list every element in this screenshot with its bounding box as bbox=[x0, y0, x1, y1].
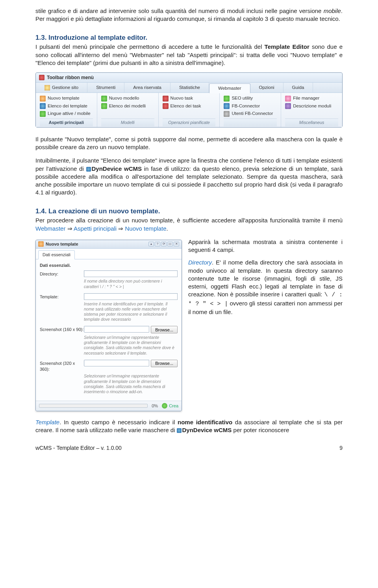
model-list-icon bbox=[101, 103, 107, 109]
group-label-operazioni: Operazioni pianificate bbox=[163, 118, 216, 126]
group-label-empty bbox=[224, 118, 277, 126]
heading-1-4: 1.4. La creazione di un nuovo template. bbox=[35, 207, 343, 216]
hint-directory: Il nome della directory non può contener… bbox=[84, 279, 178, 289]
group-modelli: Nuovo modello Elenco dei modelli Modelli bbox=[97, 93, 159, 127]
tab-guida[interactable]: Guida bbox=[284, 83, 313, 92]
ribbon-tabs: Gestione sito Strumenti Area riservata S… bbox=[36, 83, 342, 93]
tab-area-riservata[interactable]: Area riservata bbox=[124, 83, 170, 92]
form-screenshot: Nuovo template ▴ ? ⟳ ▭ ✕ Dati essenziali… bbox=[35, 240, 182, 411]
group-misc: File manager Descrizione moduli Miscella… bbox=[281, 93, 342, 127]
person-icon bbox=[44, 85, 50, 91]
input-screenshot-small[interactable] bbox=[84, 326, 149, 333]
input-screenshot-large[interactable] bbox=[84, 360, 149, 366]
group-seo: SEO utility FB-Connector Utenti FB-Conne… bbox=[220, 93, 281, 127]
item-file-manager[interactable]: File manager bbox=[285, 94, 338, 102]
paragraph-nuovo-template: Il pulsante "Nuovo template", come si po… bbox=[35, 135, 343, 152]
footer-page-number: 9 bbox=[339, 444, 343, 452]
win-help-icon[interactable]: ? bbox=[155, 242, 160, 246]
users-icon bbox=[224, 111, 230, 117]
browse-button-1[interactable]: Browse... bbox=[151, 326, 178, 333]
form-section-title: Dati essenziali. bbox=[40, 263, 178, 268]
tab-gestione-sito[interactable]: Gestione sito bbox=[36, 83, 87, 92]
item-seo[interactable]: SEO utility bbox=[224, 94, 277, 102]
label-template: Template: bbox=[40, 293, 84, 300]
plus-icon bbox=[162, 403, 167, 409]
item-nuovo-template[interactable]: Nuovo template bbox=[40, 94, 93, 102]
item-elenco-modelli[interactable]: Elenco dei modelli bbox=[101, 102, 154, 110]
page-footer: wCMS - Template Editor – v. 1.0.00 9 bbox=[35, 444, 343, 452]
input-template[interactable] bbox=[84, 293, 178, 300]
item-nuovo-modello[interactable]: Nuovo modello bbox=[101, 94, 154, 102]
item-lingue[interactable]: Lingue attive / mobile bbox=[40, 110, 93, 118]
group-aspetti: Nuovo template Elenco dei template Lingu… bbox=[36, 93, 97, 127]
globe-icon bbox=[40, 111, 46, 117]
item-nuovo-task[interactable]: Nuovo task bbox=[163, 94, 216, 102]
footer-left: wCMS - Template Editor – v. 1.0.00 bbox=[35, 444, 122, 452]
tab-strumenti[interactable]: Strumenti bbox=[87, 83, 124, 92]
group-label-aspetti: Aspetti principali bbox=[40, 118, 93, 126]
input-directory[interactable] bbox=[84, 270, 178, 277]
paragraph-1-3: I pulsanti del menù principale che perme… bbox=[35, 43, 343, 67]
label-screenshot-large: Screenshot (320 x 360): bbox=[40, 360, 84, 372]
fb-icon bbox=[224, 103, 230, 109]
window-titlebar: Nuovo template ▴ ? ⟳ ▭ ✕ bbox=[36, 240, 182, 249]
group-operazioni: Nuovo task Elenco dei task Operazioni pi… bbox=[159, 93, 220, 127]
progress-percent: 0% bbox=[152, 403, 158, 409]
model-new-icon bbox=[101, 96, 107, 102]
pin-icon bbox=[39, 75, 44, 80]
win-up-icon[interactable]: ▴ bbox=[148, 242, 154, 246]
heading-1-3: 1.3. Introduzione al template editor. bbox=[35, 33, 343, 43]
hint-template: Inserire il nome identificativo per il t… bbox=[84, 301, 178, 322]
button-crea[interactable]: Crea bbox=[162, 403, 178, 409]
win-close-icon[interactable]: ✕ bbox=[174, 242, 179, 246]
label-screenshot-small: Screenshot (160 x 90): bbox=[40, 326, 84, 333]
tab-webmaster[interactable]: Webmaster bbox=[209, 83, 250, 93]
hint-screenshot-small: Selezionare un'immagine rappresentante g… bbox=[84, 335, 178, 356]
label-directory: Directory: bbox=[40, 270, 84, 277]
tab-opzioni[interactable]: Opzioni bbox=[250, 83, 284, 92]
item-elenco-task[interactable]: Elenco dei task bbox=[163, 102, 216, 110]
win-refresh-icon[interactable]: ⟳ bbox=[161, 242, 167, 246]
task-list-icon bbox=[163, 103, 169, 109]
template-list-icon bbox=[40, 103, 46, 109]
seo-icon bbox=[224, 96, 230, 102]
item-descrizione-moduli[interactable]: Descrizione moduli bbox=[285, 102, 338, 110]
item-utenti-fb[interactable]: Utenti FB-Connector bbox=[224, 110, 277, 118]
folder-icon bbox=[285, 96, 291, 102]
hint-screenshot-large: Selezionare un'immagine rappresentante g… bbox=[84, 374, 178, 394]
modules-icon bbox=[285, 103, 291, 109]
task-new-icon bbox=[163, 96, 169, 102]
template-new-icon bbox=[40, 96, 46, 102]
group-label-misc: Miscellaneus bbox=[285, 118, 338, 126]
tab-statistiche[interactable]: Statistiche bbox=[170, 83, 209, 92]
browse-button-2[interactable]: Browse... bbox=[151, 360, 178, 367]
dyndevice-icon bbox=[177, 428, 182, 433]
paragraph-elenco-template: Intuibilmente, il pulsante "Elenco dei t… bbox=[35, 157, 343, 196]
paragraph-continuation: stile grafico e di andare ad intervenire… bbox=[35, 7, 343, 23]
item-fbconnector[interactable]: FB-Connector bbox=[224, 102, 277, 110]
ribbon-screenshot: Toolbar ribbon menù Gestione sito Strume… bbox=[35, 72, 343, 128]
form-tab-dati[interactable]: Dati essenziali bbox=[38, 250, 75, 259]
paragraph-1-4-intro: Per procedere alla creazione di un nuovo… bbox=[35, 216, 343, 233]
paragraph-template-field: Template. In questo campo è necessario i… bbox=[35, 418, 343, 435]
template-icon bbox=[38, 241, 44, 247]
win-min-icon[interactable]: ▭ bbox=[167, 242, 173, 246]
ribbon-title: Toolbar ribbon menù bbox=[36, 73, 342, 83]
dyndevice-icon bbox=[86, 167, 91, 172]
item-elenco-template[interactable]: Elenco dei template bbox=[40, 102, 93, 110]
progress-bar bbox=[39, 404, 148, 408]
group-label-modelli: Modelli bbox=[101, 118, 154, 126]
